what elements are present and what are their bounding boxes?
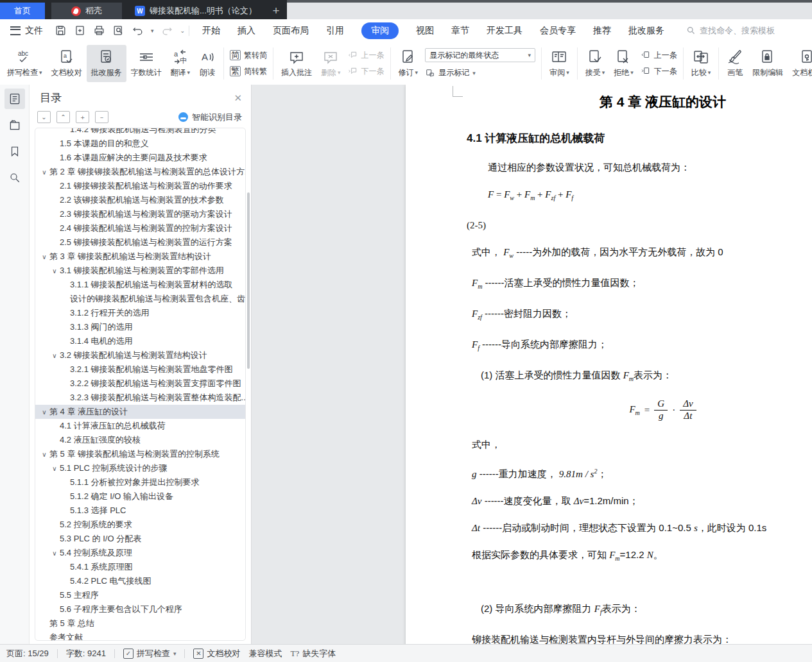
toc-item[interactable]: 2.4 铆接装配机输送与检测装置的控制方案设计 [35,221,245,235]
toc-item[interactable]: 2.2 该铆接装配机输送与检测装置的技术参数 [35,193,245,207]
toc-item[interactable]: 5.1.2 确定 I/O 输入输出设备 [35,489,245,504]
review-pane-button[interactable]: 审阅▾ [545,45,574,82]
status-spellcheck-toggle[interactable]: ✓ 拼写检查▾ [123,648,177,659]
toc-item[interactable]: 第 5 章 总结 [35,616,245,631]
tab-document[interactable]: W 铆接装配机输...明书（论文） [131,3,265,19]
tab-home[interactable]: 首页 [0,3,45,19]
chevron-down-icon[interactable]: ∨ [49,465,60,472]
menu-item[interactable]: 批改服务 [628,25,664,37]
toc-item[interactable]: ∨第 5 章 铆接装配机输送与检测装置的控制系统 [35,447,245,461]
document-page[interactable]: 第 4 章 液压缸的设计4.1 计算液压缸的总机械载荷通过相应的参数设置状况，可… [406,85,812,645]
toc-tool-button[interactable]: ＋ [76,111,89,123]
status-proofread-toggle[interactable]: ✕ 文档校对 [193,648,240,659]
smart-recognize-toc[interactable]: 智能识别目录 [178,112,242,123]
accept-change-button[interactable]: 接受▾ [581,45,610,82]
proofread-button[interactable]: a 文档校对 [47,45,87,82]
next-change-button[interactable]: 下一条 [641,66,677,77]
toc-item[interactable]: ∨3.2 铆接装配机输送与检测装置结构设计 [35,348,245,362]
toc-tool-button[interactable]: ⌃ [56,111,70,123]
print-icon[interactable] [93,24,105,37]
markup-state-select[interactable]: 显示标记的最终状态▾ [425,48,535,62]
toolbar-more-icon[interactable]: ⌄ [180,28,186,34]
spellcheck-button[interactable]: abc 拼写检查▾ [3,45,47,82]
toc-item[interactable]: ∨5.1 PLC 控制系统设计的步骤 [35,461,245,475]
missing-font-button[interactable]: T? 缺失字体 [290,648,336,659]
toc-item[interactable]: ∨第 2 章 铆接铆接装配机输送与检测装置的总体设计方... [35,165,245,179]
toc-item[interactable]: 5.1.1 分析被控对象并提出控制要求 [35,475,245,489]
toc-item[interactable]: 5.1.3 选择 PLC [35,504,245,518]
chevron-down-icon[interactable]: ∨ [39,169,49,176]
toc-item[interactable]: 参考文献 [35,631,245,641]
new-tab-button[interactable]: + [265,3,287,19]
close-icon[interactable]: ✕ [234,92,242,104]
reject-change-button[interactable]: 拒绝▾ [609,45,638,82]
menu-item[interactable]: 插入 [238,25,255,37]
chevron-down-icon[interactable]: ∨ [39,451,49,458]
undo-icon[interactable] [132,24,144,37]
document-area[interactable]: ▾ 第 4 章 液压缸的设计4.1 计算液压缸的总机械载荷通过相应的参数设置状况… [252,85,812,645]
menu-item[interactable]: 开发工具 [487,25,523,37]
toc-tool-button[interactable]: ⌄ [37,111,51,123]
chevron-down-icon[interactable]: ∨ [49,267,60,275]
menu-item[interactable]: 会员专享 [540,25,576,37]
toc-item[interactable]: 1.4.2 铆接装配机输送与检测装置的分类 [35,128,245,137]
toc-tool-button[interactable]: － [95,111,108,123]
toc-item[interactable]: 5.4.1 系统原理图 [35,560,245,574]
tab-docer[interactable]: 稻壳 [51,3,122,19]
document-permission-button[interactable]: 文档权限 [788,45,812,82]
bookmark-icon[interactable] [4,141,25,162]
chevron-down-icon[interactable]: ∨ [39,409,49,416]
command-search[interactable]: 查找命令、搜索模板 [686,25,775,37]
file-menu-button[interactable]: 文件 [10,25,43,37]
toc-item[interactable]: 3.1.3 阀门的选用 [35,320,245,334]
toc-item[interactable]: 5.3 PLC 的 I/O 分配表 [35,532,245,546]
menu-item[interactable]: 页面布局 [273,25,309,37]
word-count-button[interactable]: 字数统计 [126,45,166,82]
toc-item[interactable]: 5.2 控制系统的要求 [35,518,245,532]
toc-item[interactable]: 4.2 液压缸强度的较核 [35,433,245,447]
toc-item[interactable]: 3.1.4 电机的选用 [35,334,245,348]
toc-scrollbar[interactable] [247,192,250,369]
toc-item[interactable]: ∨5.4 控制系统及原理 [35,546,245,560]
chevron-down-icon[interactable]: ∨ [49,550,60,557]
toc-item[interactable]: 2.3 铆接装配机输送与检测装置的驱动方案设计 [35,207,245,221]
menu-item[interactable]: 视图 [416,25,434,37]
ink-button[interactable]: 画笔 [722,45,748,82]
track-changes-button[interactable]: 修订▾ [394,45,423,82]
toc-item[interactable]: 5.5 主程序 [35,588,245,602]
toc-item[interactable]: ∨第 4 章 液压缸的设计 [35,405,245,419]
simplified-to-traditional-button[interactable]: 繁简转繁 [230,66,267,77]
menu-item[interactable]: 开始 [202,25,220,37]
compare-button[interactable]: 比较▾ [687,45,716,82]
export-icon[interactable] [74,24,86,37]
toc-item[interactable]: 1.5 本课题的目的和意义 [35,137,245,151]
outline-panel-icon[interactable] [4,89,25,109]
toc-item[interactable]: 5.6 子程序主要包含以下几个程序 [35,602,245,616]
translate-button[interactable]: a中 翻译▾ [166,45,195,82]
toc-item[interactable]: 1.6 本课题应解决的主要问题及技术要求 [35,151,245,165]
correction-service-button[interactable]: 批改服务 [87,45,126,82]
insert-comment-button[interactable]: 插入批注 [277,45,316,82]
toc-item[interactable]: ∨3.1 铆接装配机输送与检测装置的零部件选用 [35,264,245,278]
chapter-panel-icon[interactable] [4,115,25,135]
menu-item[interactable]: 章节 [451,25,469,37]
toc-item[interactable]: 3.2.3 铆接装配机输送与检测装置整体构造装配... [35,391,245,405]
chevron-down-icon[interactable]: ∨ [39,253,49,260]
chevron-down-icon[interactable]: ∨ [49,352,60,359]
toc-item[interactable]: 设计的铆接装配机输送与检测装置包含机座、齿... [35,292,245,306]
previous-change-button[interactable]: 上一条 [641,50,677,61]
toc-item[interactable]: 4.1 计算液压缸的总机械载荷 [35,419,245,433]
toc-item[interactable]: 3.1.1 铆接装配机输送与检测装置材料的选取 [35,278,245,292]
read-aloud-button[interactable]: A 朗读 [194,45,220,82]
toc-item[interactable]: 2.5 铆接铆接装配机输送与检测装置的运行方案 [35,235,245,250]
save-icon[interactable] [55,24,67,37]
toc-item[interactable]: 3.2.2 铆接装配机输送与检测装置支撑面零件图 [35,377,245,391]
traditional-to-simplified-button[interactable]: 简繁转简 [230,50,267,61]
find-icon[interactable] [4,167,25,188]
menu-item[interactable]: 引用 [326,25,344,37]
restrict-editing-button[interactable]: 限制编辑 [748,45,788,82]
toc-item[interactable]: 2.1 铆接铆接装配机输送与检测装置的动作要求 [35,179,245,193]
undo-caret-icon[interactable]: ▾ [151,28,154,34]
menu-item[interactable]: 推荐 [593,25,611,37]
toc-item[interactable]: 5.4.2 PLC 电气接线图 [35,574,245,588]
